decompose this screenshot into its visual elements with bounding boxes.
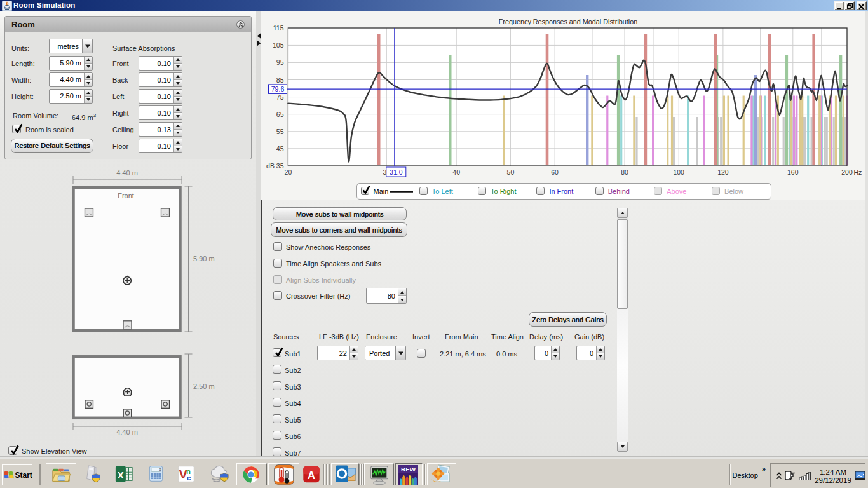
svg-text:95: 95 [276, 58, 284, 66]
svg-text:160: 160 [787, 168, 799, 176]
svg-text:120: 120 [717, 168, 729, 176]
svg-text:dB 35: dB 35 [266, 162, 284, 170]
svg-text:X: X [118, 470, 124, 480]
svg-text:100: 100 [673, 168, 684, 176]
svg-text:45: 45 [276, 145, 284, 152]
svg-text:85: 85 [276, 76, 284, 84]
svg-text:REW: REW [401, 466, 416, 473]
svg-text:79.6: 79.6 [271, 85, 285, 93]
svg-text:4.40 m: 4.40 m [116, 169, 138, 177]
svg-text:5.90 m: 5.90 m [193, 255, 215, 262]
svg-text:Hz: Hz [854, 168, 862, 176]
svg-text:20: 20 [285, 168, 292, 176]
svg-text:60: 60 [551, 168, 559, 176]
svg-text:50: 50 [507, 168, 515, 176]
svg-text:A: A [308, 469, 315, 482]
svg-text:200: 200 [841, 168, 853, 176]
svg-text:55: 55 [276, 128, 284, 135]
svg-text:Frequency Responses and Modal: Frequency Responses and Modal Distributi… [499, 18, 637, 25]
svg-text:75: 75 [276, 93, 284, 101]
svg-text:c: c [187, 474, 191, 482]
svg-text:65: 65 [276, 111, 284, 118]
svg-text:115: 115 [273, 24, 284, 32]
svg-text:105: 105 [273, 41, 284, 49]
svg-text:4.40 m: 4.40 m [116, 428, 138, 436]
svg-text:0: 0 [159, 468, 161, 472]
svg-text:31.0: 31.0 [390, 168, 403, 176]
svg-text:Front: Front [118, 192, 134, 200]
svg-text:2.50 m: 2.50 m [193, 383, 215, 390]
svg-text:80: 80 [621, 168, 628, 176]
svg-text:40: 40 [452, 168, 460, 176]
